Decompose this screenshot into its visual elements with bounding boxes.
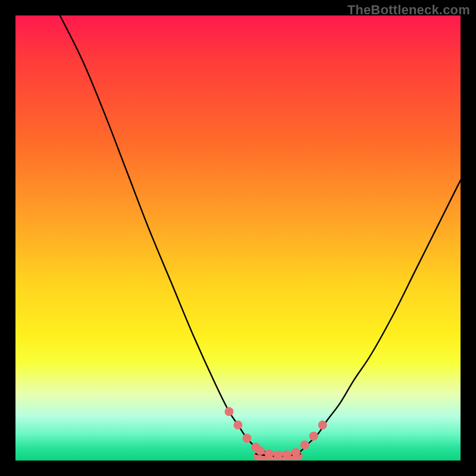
marker-dot	[283, 450, 292, 459]
marker-dot	[265, 449, 274, 458]
marker-dot	[309, 431, 318, 440]
marker-dot	[318, 421, 327, 430]
watermark-text: TheBottleneck.com	[347, 2, 470, 18]
plot-area	[15, 15, 461, 461]
marker-dot	[251, 443, 260, 452]
marker-dot	[234, 421, 243, 430]
marker-dot	[274, 451, 283, 460]
marker-dot	[292, 448, 300, 457]
chart-stage: TheBottleneck.com	[0, 0, 476, 476]
series-floor-segment	[256, 454, 300, 456]
marker-dot	[300, 440, 309, 449]
series-right-curve	[300, 180, 461, 452]
marker-dot	[243, 434, 252, 443]
floor-pill	[253, 452, 303, 461]
chart-svg	[15, 15, 461, 461]
series-left-curve	[60, 15, 265, 452]
marker-dot	[256, 446, 265, 455]
marker-dot	[225, 407, 234, 416]
